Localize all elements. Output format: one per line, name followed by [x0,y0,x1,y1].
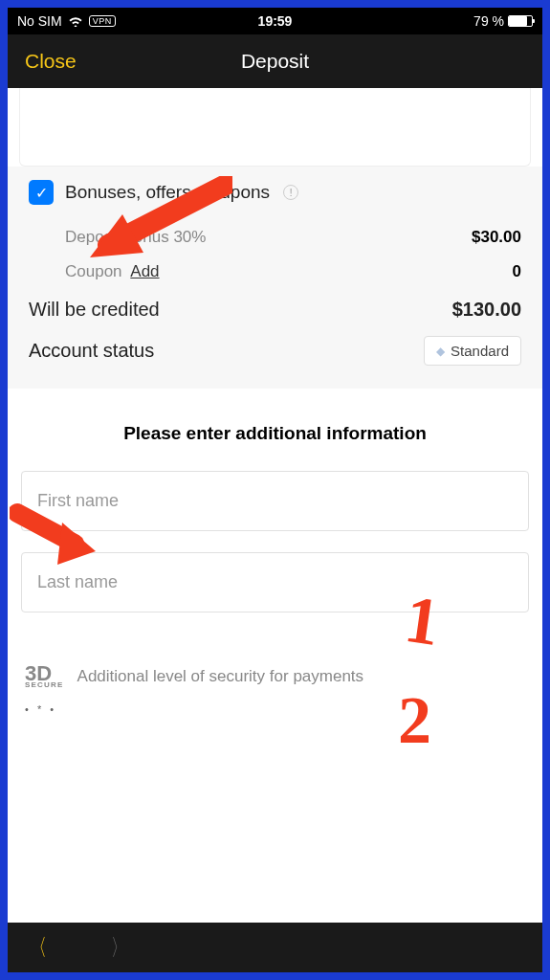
page-title: Deposit [241,50,309,73]
form-section: Please enter additional information 3D S… [8,389,542,740]
credited-value: $130.00 [452,299,521,321]
coupon-add-link[interactable]: Add [130,262,159,280]
status-bar: No SIM VPN 19:59 79 % [8,8,542,34]
bonuses-checkbox[interactable]: ✓ [29,180,54,205]
coupon-row: Coupon Add 0 [29,255,521,289]
diamond-icon: ◆ [436,345,445,358]
account-status-badge[interactable]: ◆ Standard [424,336,521,366]
bonuses-section: ✓ Bonuses, offers, coupons ! Deposit bon… [8,167,542,389]
first-name-input[interactable] [21,471,529,531]
account-status-label: Account status [29,340,154,362]
checkmark-icon: ✓ [35,184,48,202]
coupon-label: Coupon [65,262,122,280]
status-badge-text: Standard [451,343,509,359]
secure-row: 3D SECURE Additional level of security f… [21,666,529,688]
secure-badge-bottom: SECURE [25,682,64,688]
last-name-input[interactable] [21,552,529,612]
info-icon[interactable]: ! [283,185,298,200]
battery-icon [508,15,533,27]
deposit-bonus-value: $30.00 [472,228,521,247]
deposit-bonus-row: Deposit bonus 30% $30.00 [29,220,521,255]
close-button[interactable]: Close [25,50,77,73]
content-area: ✓ Bonuses, offers, coupons ! Deposit bon… [8,88,542,923]
pagination-dots: • * • [25,703,529,715]
credited-row: Will be credited $130.00 [29,289,521,330]
carrier-text: No SIM [17,13,62,29]
status-time: 19:59 [189,13,362,29]
deposit-bonus-label: Deposit bonus 30% [65,228,206,247]
nav-forward-button: 〉 [111,932,127,963]
secure-text: Additional level of security for payment… [77,667,364,686]
vpn-indicator: VPN [89,15,116,27]
wifi-icon [68,15,83,27]
account-status-row: Account status ◆ Standard [29,330,521,371]
coupon-value: 0 [513,262,521,281]
battery-pct: 79 % [473,13,504,29]
credited-label: Will be credited [29,299,160,321]
form-heading: Please enter additional information [21,423,529,444]
card-remnant [19,88,531,167]
3d-secure-icon: 3D SECURE [25,666,64,688]
nav-back-button[interactable]: 〈 [31,932,47,963]
bottom-nav: 〈 〉 [8,923,542,972]
nav-bar: Close Deposit [8,34,542,88]
bonuses-toggle-row[interactable]: ✓ Bonuses, offers, coupons ! [29,180,521,205]
bonuses-label: Bonuses, offers, coupons [65,182,270,203]
